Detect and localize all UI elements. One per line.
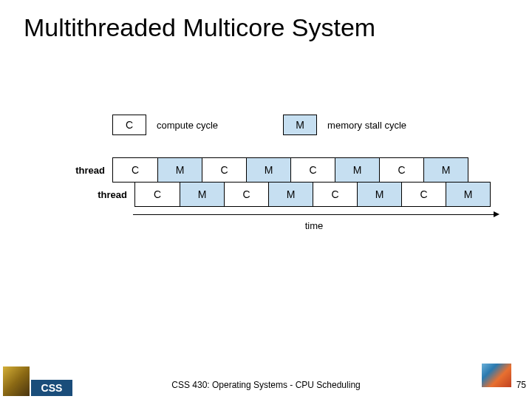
cell-c: C — [401, 183, 446, 206]
thread-row-1: thread C M C M C M C M — [59, 157, 495, 183]
page-number: 75 — [516, 380, 526, 390]
cell-m: M — [246, 158, 290, 182]
cell-m: M — [268, 183, 313, 206]
cell-m: M — [357, 183, 401, 206]
cell-c: C — [224, 183, 268, 206]
cell-c: C — [113, 158, 157, 182]
cell-m: M — [446, 183, 490, 206]
axis-label: time — [305, 220, 324, 231]
cell-c: C — [379, 158, 423, 182]
thread-label-1: thread — [59, 165, 112, 176]
time-axis: time — [133, 214, 495, 236]
slide-title: Multithreaded Multicore System — [0, 0, 532, 42]
thread-label-2: thread — [81, 189, 134, 200]
slide-footer: CSS CSS 430: Operating Systems - CPU Sch… — [0, 362, 532, 399]
cell-m: M — [335, 158, 379, 182]
legend: C compute cycle M memory stall cycle — [112, 115, 495, 135]
cell-c: C — [135, 183, 180, 206]
legend-m-box: M — [283, 115, 317, 135]
thread-diagram: C compute cycle M memory stall cycle thr… — [59, 115, 495, 236]
cell-c: C — [290, 158, 335, 182]
legend-c-box: C — [112, 115, 146, 135]
cell-c: C — [313, 183, 357, 206]
cell-c: C — [202, 158, 246, 182]
book-logo — [482, 364, 511, 387]
axis-line — [133, 214, 495, 215]
uwb-logo — [3, 366, 30, 396]
legend-c-text: compute cycle — [157, 120, 218, 131]
cell-m: M — [157, 158, 202, 182]
legend-m-text: memory stall cycle — [327, 120, 406, 131]
cell-m: M — [180, 183, 224, 206]
thread-track-1: C M C M C M C M — [112, 157, 468, 183]
thread-track-2: C M C M C M C M — [134, 182, 491, 207]
cell-m: M — [423, 158, 468, 182]
css-logo: CSS — [31, 380, 72, 396]
arrow-right-icon — [494, 211, 499, 217]
footer-text: CSS 430: Operating Systems - CPU Schedul… — [171, 380, 360, 390]
thread-row-2: thread C M C M C M C M — [81, 182, 495, 207]
